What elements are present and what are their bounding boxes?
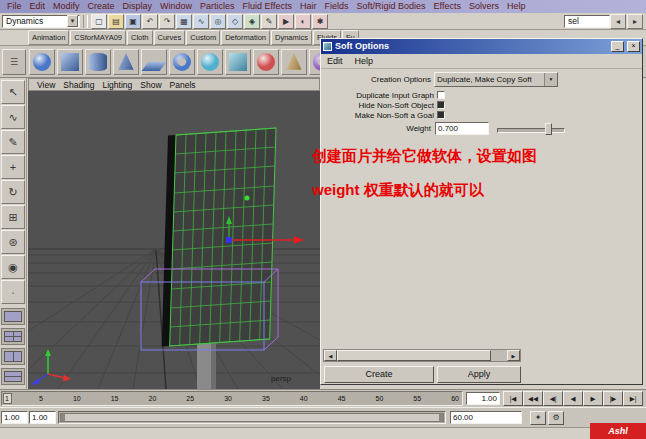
create-button[interactable]: Create — [324, 366, 434, 383]
menu-item[interactable]: Modify — [49, 0, 84, 13]
animation-end-field[interactable]: 60.00 — [450, 411, 522, 424]
shelf-tab[interactable]: Dynamics — [271, 30, 312, 45]
redo-icon[interactable]: ↷ — [159, 14, 175, 29]
four-pane-layout-button[interactable] — [1, 328, 25, 345]
snap-to-grid-icon[interactable]: ▦ — [176, 14, 192, 29]
step-back-frame-button[interactable]: ◀◀ — [523, 391, 543, 406]
shelf-torus-icon[interactable] — [169, 49, 195, 75]
duplicate-input-graph-checkbox[interactable] — [437, 91, 445, 99]
panel-menu-item[interactable]: Show — [136, 80, 165, 90]
panel-menu-item[interactable]: Shading — [59, 80, 98, 90]
go-to-start-button[interactable]: |◀ — [503, 391, 523, 406]
dialog-titlebar[interactable]: Soft Options _ × — [321, 39, 642, 54]
menu-item[interactable]: Fluid Effects — [239, 0, 296, 13]
current-time-field[interactable]: 1.00 — [466, 392, 500, 405]
menu-item[interactable]: Particles — [196, 0, 239, 13]
make-live-icon[interactable]: ◈ — [244, 14, 260, 29]
new-scene-icon[interactable]: ▢ — [91, 14, 107, 29]
panel-menu-item[interactable]: Panels — [166, 80, 200, 90]
last-tool-icon[interactable]: ∙ — [1, 280, 25, 304]
go-to-end-button[interactable]: ▶| — [623, 391, 643, 406]
scale-tool-icon[interactable]: ⊞ — [1, 205, 25, 229]
menu-item[interactable]: Fields — [320, 0, 352, 13]
open-scene-icon[interactable]: ▤ — [108, 14, 124, 29]
render-settings-icon[interactable]: ✱ — [312, 14, 328, 29]
panel-menu-item[interactable]: Lighting — [98, 80, 136, 90]
dialog-menu-item[interactable]: Help — [355, 56, 374, 66]
shelf-emitter-icon[interactable] — [281, 49, 307, 75]
animation-start-field[interactable]: 1.00 — [29, 411, 56, 424]
menu-item[interactable]: Solvers — [465, 0, 503, 13]
menu-set-selector[interactable]: Dynamics ▼ — [2, 15, 80, 28]
select-by-name-field[interactable]: sel — [564, 15, 610, 28]
shelf-sphere-icon[interactable] — [29, 49, 55, 75]
hide-non-soft-object-checkbox[interactable] — [437, 101, 445, 109]
undo-icon[interactable]: ↶ — [142, 14, 158, 29]
chevron-down-icon[interactable]: ▼ — [544, 73, 557, 86]
playback-start-field[interactable]: 1.00 — [1, 411, 28, 424]
move-tool-icon[interactable]: + — [1, 155, 25, 179]
close-icon[interactable]: × — [627, 41, 640, 52]
shelf-nurbs-sphere-icon[interactable] — [197, 49, 223, 75]
menu-item[interactable]: Display — [119, 0, 157, 13]
snap-to-point-icon[interactable]: ◎ — [210, 14, 226, 29]
two-pane-stacked-layout-button[interactable] — [1, 368, 25, 385]
menu-item[interactable]: Hair — [296, 0, 321, 13]
range-slider[interactable] — [58, 411, 446, 424]
select-tool-icon[interactable]: ↖ — [1, 80, 25, 104]
step-back-key-button[interactable]: ◀| — [543, 391, 563, 406]
weight-slider[interactable] — [497, 123, 565, 135]
play-backwards-button[interactable]: ◀ — [563, 391, 583, 406]
slider-handle[interactable] — [545, 123, 552, 135]
menu-item[interactable]: Window — [156, 0, 196, 13]
snap-to-curve-icon[interactable]: ∿ — [193, 14, 209, 29]
collapse-right-icon[interactable]: ▸ — [627, 14, 643, 29]
scrollbar-track[interactable] — [491, 350, 507, 361]
auto-keyframe-icon[interactable]: ✦ — [530, 411, 546, 425]
viewport-canvas[interactable]: persp — [28, 91, 320, 389]
menu-item[interactable]: Soft/Rigid Bodies — [353, 0, 430, 13]
snap-to-plane-icon[interactable]: ◇ — [227, 14, 243, 29]
soft-mod-tool-icon[interactable]: ◉ — [1, 255, 25, 279]
menu-item[interactable]: Edit — [26, 0, 50, 13]
shelf-menu-icon[interactable]: ☰ — [2, 49, 26, 75]
menu-item[interactable]: Help — [503, 0, 530, 13]
construction-history-icon[interactable]: ✎ — [261, 14, 277, 29]
scroll-right-icon[interactable]: ▶ — [507, 350, 520, 361]
rotate-tool-icon[interactable]: ↻ — [1, 180, 25, 204]
shelf-tab[interactable]: Cloth — [127, 30, 153, 45]
panel-menu-item[interactable]: View — [33, 80, 59, 90]
save-scene-icon[interactable]: ▣ — [125, 14, 141, 29]
step-forward-key-button[interactable]: |▶ — [603, 391, 623, 406]
scrollbar-thumb[interactable] — [337, 350, 491, 361]
single-pane-layout-button[interactable] — [1, 308, 25, 325]
scroll-left-icon[interactable]: ◀ — [324, 350, 337, 361]
shelf-tab[interactable]: Deformation — [221, 30, 270, 45]
shelf-plane-icon[interactable] — [141, 49, 167, 75]
paint-select-tool-icon[interactable]: ✎ — [1, 130, 25, 154]
animation-preferences-icon[interactable]: ⚙ — [548, 411, 564, 425]
horizontal-scrollbar[interactable]: ◀ ▶ — [323, 349, 521, 362]
shelf-tab[interactable]: Custom — [186, 30, 220, 45]
perspective-viewport[interactable]: persp — [28, 91, 320, 389]
dialog-menu-item[interactable]: Edit — [327, 56, 343, 66]
shelf-cube-icon[interactable] — [57, 49, 83, 75]
ipr-render-icon[interactable]: ◐ — [295, 14, 311, 29]
creation-options-dropdown[interactable]: Duplicate, Make Copy Soft ▼ — [434, 72, 558, 87]
universal-manipulator-icon[interactable]: ⊛ — [1, 230, 25, 254]
apply-button[interactable]: Apply — [437, 366, 521, 383]
render-current-frame-icon[interactable]: ▶ — [278, 14, 294, 29]
range-slider-thumb[interactable] — [60, 413, 444, 422]
weight-input[interactable]: 0.700 — [435, 122, 489, 135]
lasso-tool-icon[interactable]: ∿ — [1, 105, 25, 129]
minimize-icon[interactable]: _ — [611, 41, 624, 52]
menu-item[interactable]: File — [3, 0, 26, 13]
shelf-cone-icon[interactable] — [113, 49, 139, 75]
shelf-nurbs-cube-icon[interactable] — [225, 49, 251, 75]
make-non-soft-goal-checkbox[interactable] — [437, 111, 445, 119]
two-pane-side-layout-button[interactable] — [1, 348, 25, 365]
time-track[interactable]: 151015202530354045505560 — [1, 391, 463, 406]
play-forwards-button[interactable]: ▶ — [583, 391, 603, 406]
shelf-tab[interactable]: CSforMAYA09 — [70, 30, 126, 45]
shelf-tab[interactable]: Curves — [154, 30, 186, 45]
